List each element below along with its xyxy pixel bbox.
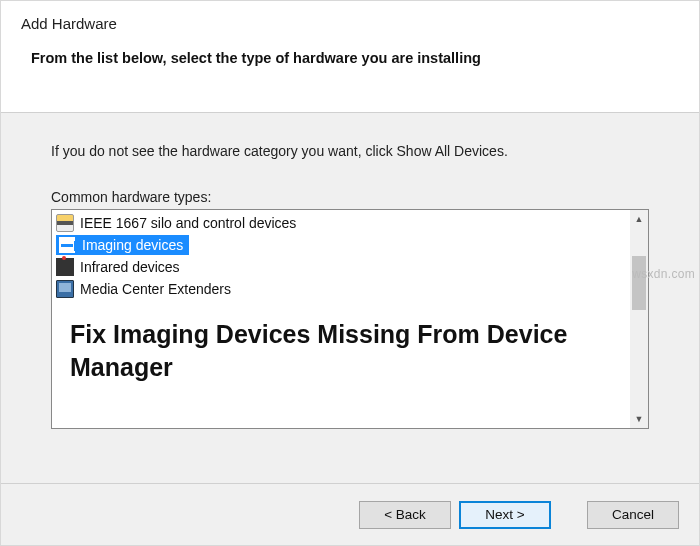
window-title: Add Hardware bbox=[21, 15, 679, 32]
ieee-1667-icon bbox=[56, 214, 74, 232]
list-item[interactable]: Infrared devices bbox=[52, 256, 630, 278]
wizard-header: Add Hardware From the list below, select… bbox=[1, 1, 699, 113]
list-item[interactable]: Imaging devices bbox=[52, 234, 630, 256]
watermark-text: wsxdn.com bbox=[632, 267, 695, 281]
list-item-label: IEEE 1667 silo and control devices bbox=[80, 215, 296, 231]
wizard-footer: < Back Next > Cancel bbox=[1, 483, 699, 545]
imaging-devices-icon bbox=[58, 236, 76, 254]
back-button[interactable]: < Back bbox=[359, 501, 451, 529]
wizard-body: If you do not see the hardware category … bbox=[1, 113, 699, 485]
list-item[interactable]: Media Center Extenders bbox=[52, 278, 630, 300]
info-text: If you do not see the hardware category … bbox=[51, 143, 649, 159]
infrared-devices-icon bbox=[56, 258, 74, 276]
hardware-types-listbox[interactable]: IEEE 1667 silo and control devices Imagi… bbox=[51, 209, 649, 429]
list-item[interactable]: IEEE 1667 silo and control devices bbox=[52, 212, 630, 234]
next-button[interactable]: Next > bbox=[459, 501, 551, 529]
list-item-label: Imaging devices bbox=[82, 237, 183, 253]
cancel-button[interactable]: Cancel bbox=[587, 501, 679, 529]
wizard-subtitle: From the list below, select the type of … bbox=[31, 50, 679, 66]
list-item-label: Media Center Extenders bbox=[80, 281, 231, 297]
overlay-caption: Fix Imaging Devices Missing From Device … bbox=[70, 318, 598, 383]
scroll-thumb[interactable] bbox=[632, 256, 646, 310]
list-item-label: Infrared devices bbox=[80, 259, 180, 275]
scrollbar-vertical[interactable]: ▲ ▼ bbox=[630, 210, 648, 428]
listbox-inner: IEEE 1667 silo and control devices Imagi… bbox=[52, 210, 630, 428]
scroll-up-button[interactable]: ▲ bbox=[630, 210, 648, 228]
scroll-down-button[interactable]: ▼ bbox=[630, 410, 648, 428]
media-center-icon bbox=[56, 280, 74, 298]
list-label: Common hardware types: bbox=[51, 189, 649, 205]
